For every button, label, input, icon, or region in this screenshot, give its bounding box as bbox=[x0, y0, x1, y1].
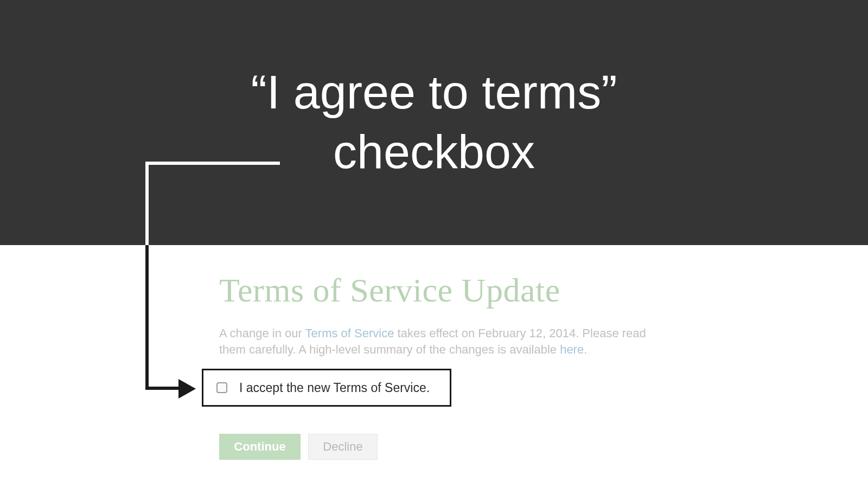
slide-header-panel: “I agree to terms”checkbox bbox=[0, 0, 868, 245]
accept-terms-checkbox[interactable] bbox=[216, 382, 227, 393]
tos-body-text: A change in our Terms of Service takes e… bbox=[219, 325, 648, 357]
tos-body-text-segment: A change in our bbox=[219, 326, 305, 340]
arrow-right-icon bbox=[178, 379, 196, 399]
accept-terms-label: I accept the new Terms of Service. bbox=[239, 381, 430, 395]
tos-link[interactable]: Terms of Service bbox=[305, 326, 394, 340]
continue-button[interactable]: Continue bbox=[219, 434, 301, 460]
tos-heading: Terms of Service Update bbox=[219, 271, 560, 310]
tos-body-text-segment: . bbox=[584, 343, 587, 356]
button-row: Continue Decline bbox=[219, 434, 378, 460]
slide-title: “I agree to terms”checkbox bbox=[0, 62, 868, 182]
tos-here-link[interactable]: here bbox=[560, 343, 584, 356]
accept-terms-row[interactable]: I accept the new Terms of Service. bbox=[202, 369, 451, 407]
decline-button[interactable]: Decline bbox=[308, 434, 378, 460]
